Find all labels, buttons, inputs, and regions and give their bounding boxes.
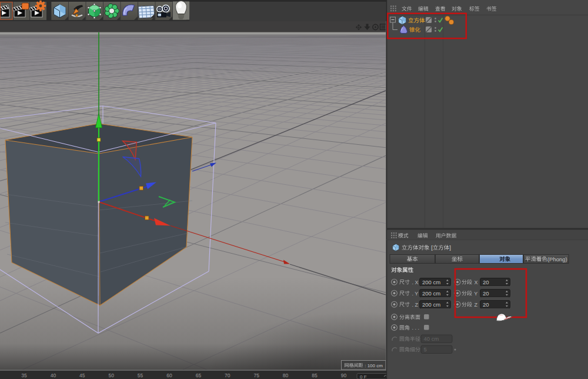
svg-text:200 cm: 200 cm [422,290,440,297]
svg-text:40: 40 [51,373,56,378]
svg-text:85: 85 [312,373,318,378]
svg-text:75: 75 [253,373,259,378]
svg-text:70: 70 [225,373,230,378]
svg-text:. Y: . Y [410,291,418,297]
svg-text:[: [ [430,244,433,251]
svg-text:80: 80 [283,373,289,378]
svg-text:50: 50 [108,373,114,378]
svg-text:40 cm: 40 cm [424,335,439,342]
svg-text:: 100 cm: : 100 cm [363,363,383,368]
svg-text:5: 5 [424,346,427,353]
svg-text:]: ] [449,244,451,251]
svg-text:. . .: . . . [410,325,419,331]
svg-text:(Phong): (Phong) [547,256,567,262]
svg-text:0 F: 0 F [360,374,367,379]
svg-text:200 cm: 200 cm [422,301,440,308]
svg-text:35: 35 [21,373,27,378]
svg-text:55: 55 [138,373,143,378]
svg-text:X: X [473,280,478,285]
svg-text:20: 20 [483,290,489,297]
svg-text:90: 90 [341,373,347,378]
svg-text:20: 20 [483,279,489,285]
svg-text:Z: Z [473,302,478,308]
svg-text:. Z: . Z [410,302,419,308]
svg-text:65: 65 [196,373,202,378]
svg-text:200 cm: 200 cm [422,279,440,285]
svg-text:20: 20 [483,301,489,308]
svg-text:. X: . X [410,280,419,285]
svg-text:45: 45 [79,373,85,378]
svg-text:60: 60 [166,373,172,378]
svg-text:Y: Y [473,291,477,297]
